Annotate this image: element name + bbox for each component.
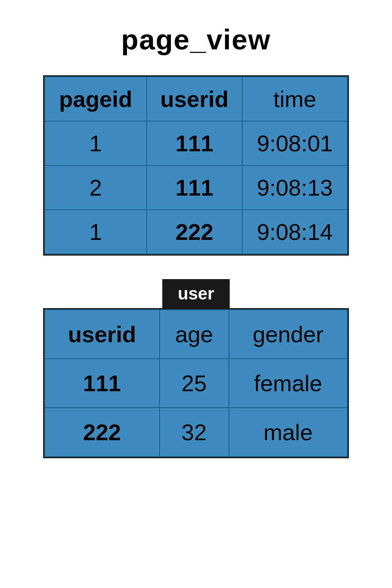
table-row: 111 25 female: [45, 359, 347, 408]
table-row: 2 111 9:08:13: [45, 165, 347, 210]
table1-header-row: pageid userid time: [45, 77, 347, 121]
cell-userid: 111: [147, 165, 242, 210]
cell-pageid: 1: [45, 121, 147, 165]
table2-col-gender: gender: [229, 310, 347, 359]
table1-col-userid: userid: [147, 77, 242, 121]
table1-col-time: time: [242, 77, 347, 121]
table-row: 1 111 9:08:01: [45, 121, 347, 165]
cell-userid: 111: [45, 359, 160, 408]
page-title: page_view: [121, 24, 271, 56]
cell-age: 25: [160, 359, 229, 408]
cell-userid: 111: [147, 121, 242, 165]
cell-time: 9:08:14: [242, 210, 347, 254]
cell-gender: female: [229, 359, 347, 408]
cell-time: 9:08:13: [242, 165, 347, 210]
join-label: user: [162, 279, 230, 308]
user-table-wrapper: userid age gender 111 25 female 222 32 m…: [43, 308, 349, 458]
page-view-table: pageid userid time 1 111 9:08:01 2 111 9…: [43, 75, 349, 256]
cell-userid: 222: [45, 408, 160, 457]
table-row: 222 32 male: [45, 408, 347, 457]
cell-pageid: 2: [45, 165, 147, 210]
cell-userid: 222: [147, 210, 242, 254]
table2-col-userid: userid: [45, 310, 160, 359]
user-section: user userid age gender 111 25 female 222…: [43, 279, 349, 458]
cell-age: 32: [160, 408, 229, 457]
cell-gender: male: [229, 408, 347, 457]
cell-time: 9:08:01: [242, 121, 347, 165]
cell-pageid: 1: [45, 210, 147, 254]
table2-header-row: userid age gender: [45, 310, 347, 359]
table-row: 1 222 9:08:14: [45, 210, 347, 254]
table2-col-age: age: [160, 310, 229, 359]
table1-col-pageid: pageid: [45, 77, 147, 121]
